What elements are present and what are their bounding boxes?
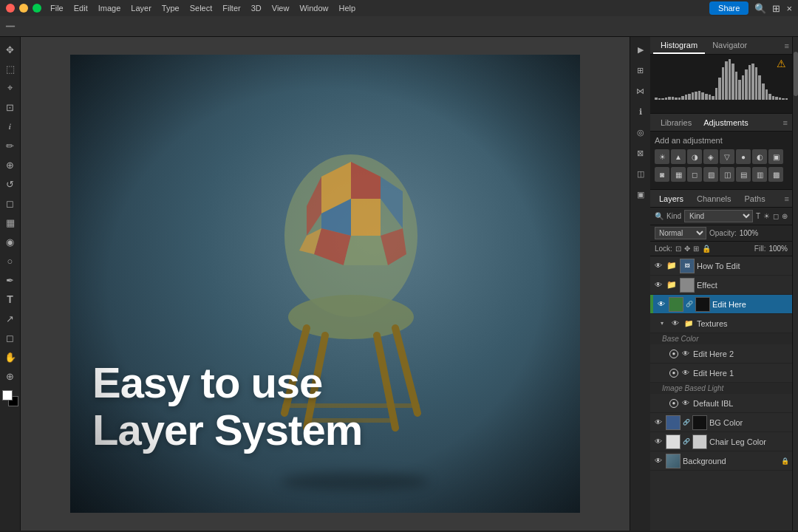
layer-visibility-toggle[interactable]: 👁 [681,398,691,409]
gradient-map-adj[interactable]: ▥ [752,167,767,182]
shape-filter-icon[interactable]: ◻ [773,212,779,220]
layer-visibility-toggle[interactable]: 👁 [653,280,664,290]
colorlookup-adj[interactable]: ◻ [687,167,702,182]
tab-paths[interactable]: Paths [739,192,771,205]
menu-help[interactable]: Help [339,4,356,13]
colorbalance-adj[interactable]: ◐ [752,149,767,164]
window-controls[interactable] [6,4,41,13]
layer-visibility-toggle[interactable]: 👁 [681,349,691,359]
search-icon[interactable]: 🔍 [754,3,766,14]
swatches-icon[interactable]: ▣ [632,186,649,202]
layers-panel-menu[interactable]: ≡ [785,194,789,203]
menu-file[interactable]: File [50,4,64,13]
menu-edit[interactable]: Edit [74,4,88,13]
layer-item[interactable]: ● 👁 Edit Here 1 [650,364,792,383]
lasso-tool[interactable]: ⌖ [2,80,18,96]
grid-icon[interactable]: ⊞ [632,62,649,78]
lock-pixels-icon[interactable]: ⊡ [675,245,681,253]
eyedropper-tool[interactable]: 𝒊 [2,118,18,134]
layer-visibility-toggle[interactable]: 👁 [670,318,681,329]
tab-navigator[interactable]: Navigator [705,38,754,54]
layer-kind-filter[interactable]: Kind Name Effect [684,210,753,222]
menu-image[interactable]: Image [98,4,121,13]
share-button[interactable]: Share [709,1,748,15]
right-scrollbar[interactable] [792,37,798,531]
filter-icon[interactable]: ⋈ [632,83,649,99]
channels-icon[interactable]: ◫ [632,166,649,182]
layer-item-bg-color[interactable]: 👁 🔗 BG Color [650,413,792,432]
layer-item[interactable]: 👁 📁 Effect [650,276,792,295]
brightness-contrast-adj[interactable]: ☀ [655,149,669,164]
adj-panel-menu[interactable]: ≡ [783,118,788,127]
minimize-button[interactable] [19,4,28,13]
smart-filter-icon[interactable]: ⊕ [782,212,788,220]
info-icon[interactable]: ℹ [632,103,649,120]
pen-tool[interactable]: ✒ [2,272,18,288]
menu-filter[interactable]: Filter [222,4,240,13]
panel-menu-icon[interactable]: ≡ [785,41,789,50]
threshold-adj[interactable]: ▤ [736,167,751,182]
maximize-button[interactable] [33,4,41,13]
layer-visibility-toggle[interactable]: 👁 [653,417,664,428]
curves-adj[interactable]: ◑ [687,149,702,164]
path-select-tool[interactable]: ↗ [2,310,18,327]
selective-color-adj[interactable]: ▩ [768,167,783,182]
eraser-tool[interactable]: ◻ [2,195,18,211]
invert-adj[interactable]: ▧ [703,167,718,182]
layer-visibility-toggle[interactable]: 👁 [653,456,664,466]
menu-layer[interactable]: Layer [131,4,151,13]
stamp-tool[interactable]: ⊕ [2,157,18,173]
visibility-dot3[interactable]: ● [669,399,678,408]
menu-type[interactable]: Type [162,4,180,13]
layer-item[interactable]: ● 👁 Edit Here 2 [650,344,792,364]
levels-adj[interactable]: ▲ [671,149,686,164]
menu-3d[interactable]: 3D [251,4,262,13]
blend-mode-select[interactable]: Normal Multiply Screen [655,227,706,239]
channel-mixer-adj[interactable]: ▦ [671,167,686,182]
adj-filter-icon[interactable]: ☀ [763,212,770,220]
brush-tool[interactable]: ✏ [2,137,18,154]
crop-tool[interactable]: ⊡ [2,99,18,115]
layer-item-active[interactable]: 👁 🔗 Edit Here [650,295,792,314]
dodge-tool[interactable]: ○ [2,253,18,269]
visibility-dot[interactable]: ● [669,349,678,358]
workspace-icon[interactable]: ⊞ [772,3,780,14]
play-icon[interactable]: ▶ [632,41,649,58]
lock-position-icon[interactable]: ✥ [684,245,690,253]
visibility-dot2[interactable]: ● [669,369,678,378]
tab-layers[interactable]: Layers [653,192,689,205]
gradient-tool[interactable]: ▦ [2,214,18,231]
posterize-adj[interactable]: ◫ [720,167,734,182]
layer-visibility-toggle[interactable]: 👁 [656,299,666,310]
photo-filter-adj[interactable]: ◙ [655,167,669,182]
selection-tool[interactable]: ⬚ [2,61,18,77]
type-tool[interactable]: T [2,291,18,307]
foreground-bg-colors[interactable] [2,390,18,406]
blur-tool[interactable]: ◉ [2,233,18,250]
layer-visibility-toggle[interactable]: 👁 [681,368,691,378]
tab-adjustments[interactable]: Adjustments [698,116,754,129]
tab-channels[interactable]: Channels [691,192,737,205]
move-tool[interactable]: ✥ [2,41,18,58]
hsl-adj[interactable]: ● [736,149,751,164]
layer-item-chair-leg[interactable]: 👁 🔗 ↑ Chair Leg Color [650,432,792,451]
layer-item-background[interactable]: 👁 Background 🔒 [650,451,792,471]
shape-tool[interactable]: ◻ [2,330,18,346]
tab-histogram[interactable]: Histogram [653,38,705,54]
group-collapse-triangle[interactable]: ▾ [661,320,668,327]
layer-item[interactable]: ● 👁 Default IBL [650,394,792,413]
scroll-thumb[interactable] [794,52,798,96]
menu-select[interactable]: Select [190,4,213,13]
lock-all-icon[interactable]: 🔒 [702,245,711,253]
hand-tool[interactable]: ✋ [2,349,18,365]
menu-window[interactable]: Window [299,4,328,13]
fill-value[interactable]: 100% [768,245,788,253]
close-button[interactable] [6,4,15,13]
layer-item[interactable]: 👁 📁 🖼 How To Edit [650,256,792,276]
tab-libraries[interactable]: Libraries [655,116,698,129]
history-brush-tool[interactable]: ↺ [2,176,18,192]
lock-artboards-icon[interactable]: ⊞ [693,245,699,253]
brush-settings-icon[interactable]: ◎ [632,124,649,140]
bw-adj[interactable]: ▣ [768,149,783,164]
layers-icon[interactable]: ⊠ [632,145,649,161]
